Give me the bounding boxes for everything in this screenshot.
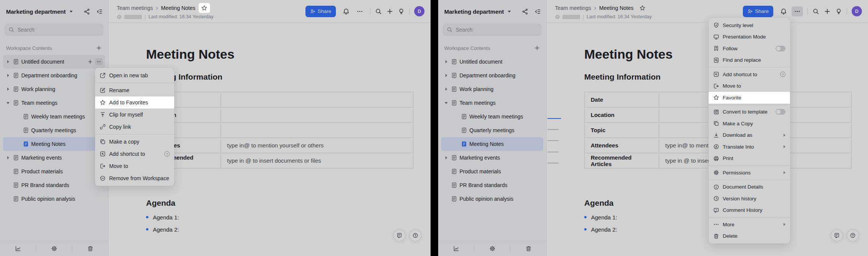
menu-item-rename[interactable]: Rename: [95, 84, 174, 96]
chevron-right-icon[interactable]: [444, 73, 449, 78]
menu-item-print[interactable]: Print: [709, 153, 790, 165]
chevron-right-icon[interactable]: [444, 59, 449, 64]
search-doc-icon[interactable]: [812, 8, 819, 15]
search-doc-icon[interactable]: [375, 8, 382, 15]
outline-dash[interactable]: [547, 163, 559, 163]
share-nodes-icon[interactable]: [522, 8, 528, 15]
feedback-button[interactable]: [393, 229, 405, 242]
menu-item-open-in-new-tab[interactable]: Open in new tab: [95, 69, 174, 82]
favorite-star-button[interactable]: [637, 3, 648, 13]
menu-item-translate-into[interactable]: Translate Into: [709, 141, 790, 153]
sidebar-item-quarterly-meetings[interactable]: Quarterly meetings: [3, 123, 105, 137]
help-circle-icon[interactable]: ?: [780, 72, 785, 77]
sidebar-item-meeting-notes[interactable]: Meeting Notes: [441, 137, 543, 151]
sidebar-item-marketing-events[interactable]: Marketing events: [3, 151, 105, 165]
new-doc-plus-icon[interactable]: [386, 8, 393, 15]
sidebar-item-marketing-events[interactable]: Marketing events: [441, 151, 543, 165]
table-value[interactable]: [221, 92, 413, 107]
workspace-name[interactable]: Marketing department: [6, 8, 66, 15]
workspace-caret-icon[interactable]: [508, 11, 511, 13]
chevron-right-icon[interactable]: [5, 73, 11, 78]
list-item[interactable]: Agenda 1:: [146, 213, 179, 222]
settings-button[interactable]: [474, 245, 510, 252]
table-label[interactable]: Topic: [585, 123, 659, 138]
sidebar-item-weekly-team-meetings[interactable]: Weekly team meetings: [441, 110, 543, 123]
table-value[interactable]: [221, 123, 413, 138]
add-content-icon[interactable]: [534, 45, 540, 51]
tips-bulb-icon[interactable]: [835, 8, 842, 15]
list-item[interactable]: Agenda 2:: [584, 225, 617, 234]
favorite-star-button[interactable]: [199, 3, 210, 13]
menu-item-delete[interactable]: Delete: [709, 230, 790, 242]
add-content-icon[interactable]: [96, 45, 102, 51]
item-more-button[interactable]: [95, 58, 103, 65]
outline-dash-active[interactable]: [547, 118, 561, 119]
sidebar-item-untitled-document[interactable]: Untitled document: [441, 55, 543, 69]
sidebar-item-work-planning[interactable]: Work planning: [3, 82, 105, 96]
collapse-sidebar-icon[interactable]: [96, 8, 103, 15]
share-button[interactable]: Share: [305, 6, 336, 17]
avatar[interactable]: D: [414, 6, 424, 16]
workspace-name[interactable]: Marketing department: [444, 8, 504, 15]
menu-item-favorite[interactable]: Favorite: [709, 92, 790, 104]
menu-item-make-a-copy[interactable]: Make a Copy: [709, 118, 790, 130]
menu-item-copy-link[interactable]: Copy link: [95, 121, 174, 133]
list-item[interactable]: Agenda 1:: [584, 213, 617, 222]
chevron-down-icon[interactable]: [5, 100, 11, 106]
convert-template-toggle[interactable]: [776, 109, 785, 115]
help-button[interactable]: [847, 229, 859, 242]
chevron-right-icon[interactable]: [444, 86, 449, 92]
menu-item-comment-history[interactable]: Comment History: [709, 205, 790, 216]
collapse-sidebar-icon[interactable]: [534, 8, 541, 15]
menu-item-add-shortcut-to[interactable]: Add shortcut to?: [95, 148, 174, 160]
table-label[interactable]: Attendees: [585, 138, 659, 153]
sidebar-item-weekly-team-meetings[interactable]: Weekly team meetings: [3, 110, 105, 123]
outline-dash[interactable]: [547, 129, 559, 130]
menu-item-more[interactable]: More: [709, 219, 790, 230]
sidebar-item-pr-brand-standards[interactable]: PR Brand standards: [3, 178, 105, 192]
menu-item-move-to[interactable]: Move to: [95, 160, 174, 172]
notifications-bell-icon[interactable]: [780, 8, 787, 15]
search-input[interactable]: Search: [443, 24, 542, 36]
table-value[interactable]: type in @ to insert documents or files: [221, 153, 413, 168]
chevron-right-icon[interactable]: [5, 155, 11, 160]
help-circle-icon[interactable]: ?: [164, 151, 170, 157]
trash-button[interactable]: [72, 245, 108, 252]
share-button[interactable]: Share: [743, 6, 773, 17]
breadcrumb-parent[interactable]: Team meetings: [117, 5, 153, 11]
menu-item-version-history[interactable]: Version history: [709, 193, 790, 205]
chevron-right-icon[interactable]: [5, 59, 11, 64]
search-input[interactable]: Search: [5, 24, 103, 36]
sidebar-item-untitled-document[interactable]: Untitled document: [3, 55, 105, 69]
workspace-caret-icon[interactable]: [70, 11, 73, 13]
trash-button[interactable]: [510, 245, 546, 252]
analytics-button[interactable]: [0, 245, 36, 252]
table-label[interactable]: Location: [585, 107, 659, 123]
menu-item-remove-from-workspace[interactable]: Remove from Workspace: [95, 172, 174, 184]
sidebar-item-public-opinion-analysis[interactable]: Public opinion analysis: [441, 192, 543, 206]
chevron-down-icon[interactable]: [444, 100, 449, 106]
menu-item-convert-to-template[interactable]: Convert to template: [709, 106, 790, 118]
feedback-button[interactable]: [831, 229, 843, 242]
sidebar-item-team-meetings[interactable]: Team meetings: [441, 96, 543, 110]
menu-item-find-and-replace[interactable]: Find and replace: [709, 54, 790, 66]
breadcrumb-parent[interactable]: Team meetings: [555, 5, 591, 11]
more-menu-button[interactable]: [792, 6, 803, 16]
table-value[interactable]: type in@ to mention yourself or others: [221, 138, 413, 153]
sidebar-item-work-planning[interactable]: Work planning: [441, 82, 543, 96]
menu-item-download-as[interactable]: Download as: [709, 130, 790, 141]
add-inline-icon[interactable]: [87, 59, 93, 64]
chevron-right-icon[interactable]: [444, 155, 449, 160]
sidebar-item-department-onboarding[interactable]: Department onboarding: [3, 69, 105, 82]
tips-bulb-icon[interactable]: [398, 8, 405, 15]
sidebar-item-team-meetings[interactable]: Team meetings: [3, 96, 105, 110]
settings-button[interactable]: [36, 245, 72, 252]
notifications-bell-icon[interactable]: [343, 8, 350, 15]
outline-dash[interactable]: [547, 152, 559, 152]
menu-item-make-a-copy[interactable]: Make a copy: [95, 136, 174, 148]
avatar[interactable]: D: [852, 6, 862, 16]
menu-item-add-to-favorites[interactable]: Add to Favorites: [95, 96, 174, 109]
menu-item-move-to[interactable]: Move to: [709, 80, 790, 92]
sidebar-item-product-materials[interactable]: Product materials: [3, 165, 105, 178]
sidebar-item-quarterly-meetings[interactable]: Quarterly meetings: [441, 123, 543, 137]
